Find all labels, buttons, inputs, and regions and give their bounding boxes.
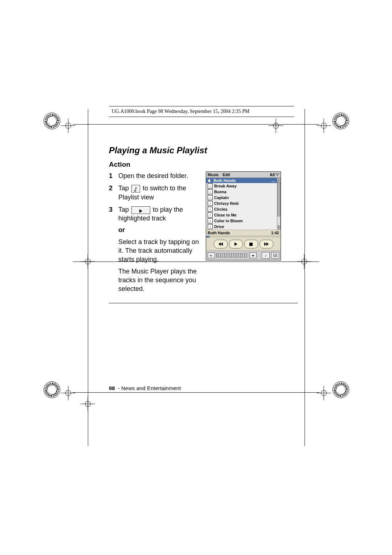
- stop-button[interactable]: [244, 240, 258, 248]
- forward-button[interactable]: [260, 240, 273, 248]
- play-icon: [131, 206, 150, 214]
- step-text: Tap to switch to the Playlist view: [118, 184, 201, 202]
- step-text: Open the desired folder.: [118, 171, 201, 180]
- menu-all[interactable]: All: [270, 173, 279, 177]
- crosshair-icon: [317, 118, 331, 133]
- track-row-selected[interactable]: Both Hands ...: [206, 178, 277, 183]
- track-row[interactable]: ♪ Color in Bloom: [206, 218, 277, 224]
- track-label: Drive: [214, 224, 224, 229]
- scroll-down-icon[interactable]: ▾: [277, 225, 281, 230]
- list-view-button[interactable]: [271, 252, 279, 259]
- play-button[interactable]: [229, 240, 243, 248]
- svg-marker-8: [266, 242, 269, 246]
- rewind-icon: [219, 242, 223, 246]
- crop-guide: [88, 109, 88, 446]
- content: Playing a Music Playlist Action 1 Open t…: [109, 145, 298, 303]
- or-label: or: [118, 226, 201, 234]
- reg-mark-icon: [44, 381, 60, 398]
- track-row[interactable]: ♪ Captain: [206, 195, 277, 200]
- svg-marker-3: [219, 242, 221, 246]
- page: UG.A1000.book Page 98 Wednesday, Septemb…: [0, 0, 392, 555]
- svg-rect-10: [274, 254, 277, 254]
- scrollbar[interactable]: ▴ ▾: [277, 178, 281, 230]
- track-label: Buena: [214, 190, 226, 194]
- crop-guide: [305, 109, 305, 446]
- crosshair-icon: [269, 118, 283, 133]
- progress-bar[interactable]: [206, 236, 281, 238]
- step-number: 3: [109, 205, 113, 293]
- scroll-track[interactable]: [277, 182, 281, 225]
- track-icon: ♪: [208, 212, 213, 218]
- volume-slider[interactable]: [216, 253, 248, 258]
- svg-marker-7: [264, 242, 266, 246]
- track-icon: ♪: [208, 224, 213, 229]
- page-number: 98: [109, 385, 115, 391]
- track-icon: ♪: [208, 183, 213, 189]
- rewind-button[interactable]: [214, 240, 228, 248]
- scroll-thumb[interactable]: [277, 182, 280, 216]
- step-number: 2: [109, 184, 113, 202]
- track-label: Captain: [214, 195, 229, 200]
- step-text: Tap to play the highlighted track or Sel…: [118, 205, 201, 293]
- crop-guide: [73, 392, 319, 393]
- step-alt: Select a track by tapping on it. The tra…: [118, 238, 199, 263]
- crosshair-icon: [61, 386, 75, 400]
- reg-mark-icon: [332, 113, 349, 129]
- section-title: Playing a Music Playlist: [109, 145, 298, 155]
- track-label: Color in Bloom: [214, 219, 243, 223]
- volume-down-button[interactable]: ◂–: [208, 252, 215, 258]
- track-icon: ♪: [208, 189, 213, 194]
- scroll-up-icon[interactable]: ▴: [277, 178, 281, 182]
- crosshair-icon: [81, 254, 95, 269]
- svg-marker-5: [234, 242, 237, 246]
- step-pre: Tap: [118, 185, 131, 192]
- steps-column: 1 Open the desired folder. 2 Tap to swit…: [109, 171, 201, 297]
- running-header-text: UG.A1000.book Page 98 Wednesday, Septemb…: [109, 106, 294, 117]
- svg-marker-0: [139, 209, 142, 213]
- track-row[interactable]: ♪ Break Away: [206, 183, 277, 189]
- track-icon: ♪: [208, 207, 213, 212]
- phone-menubar: Music Edit All: [206, 172, 281, 178]
- svg-rect-6: [249, 243, 253, 246]
- crosshair-icon: [81, 397, 95, 411]
- crosshair-icon: [61, 118, 75, 133]
- track-row[interactable]: ♪ Drive: [206, 224, 277, 230]
- list-icon: [273, 254, 277, 257]
- tracklist: Both Hands ... ♪ Break Away ♪ Buena: [206, 178, 277, 230]
- track-label: Break Away: [214, 184, 237, 188]
- track-row[interactable]: ♪ Close to Me: [206, 212, 277, 218]
- volume-up-button[interactable]: ◂▸: [249, 252, 257, 258]
- footer-section: - News and Entertainment: [117, 385, 181, 391]
- svg-rect-12: [274, 255, 277, 256]
- reg-mark-icon: [44, 113, 60, 129]
- step-number: 1: [109, 171, 113, 180]
- bottom-bar: ◂– ◂▸ ♪: [206, 251, 281, 260]
- now-playing-title: Both Hands: [208, 231, 230, 235]
- speaker-icon: [208, 178, 212, 183]
- phone-figure: Music Edit All: [206, 171, 280, 297]
- track-label: Chrissy Reid: [214, 201, 238, 206]
- reg-mark-icon: [332, 381, 349, 398]
- svg-point-9: [273, 254, 274, 255]
- now-playing-time: 1:42: [271, 231, 279, 235]
- track-icon: ♪: [208, 195, 213, 200]
- track-row[interactable]: ♪ Chrissy Reid: [206, 200, 277, 206]
- stop-icon: [249, 243, 253, 246]
- track-label: Both Hands: [213, 178, 236, 183]
- chevron-down-icon: [275, 173, 279, 176]
- menu-music[interactable]: Music: [208, 173, 219, 177]
- forward-icon: [264, 242, 269, 246]
- svg-marker-1: [275, 173, 279, 176]
- menu-all-label: All: [270, 173, 275, 177]
- divider: [109, 303, 298, 303]
- menu-edit[interactable]: Edit: [222, 173, 230, 177]
- track-row[interactable]: ♪ Circles: [206, 206, 277, 212]
- phone-screen: Music Edit All: [206, 171, 281, 260]
- svg-point-11: [273, 255, 274, 256]
- track-row[interactable]: ♪ Buena: [206, 189, 277, 195]
- svg-point-13: [273, 256, 274, 257]
- svg-marker-2: [208, 179, 210, 183]
- svg-rect-14: [274, 256, 277, 257]
- music-note-icon: [131, 185, 140, 193]
- music-view-button[interactable]: ♪: [262, 252, 270, 259]
